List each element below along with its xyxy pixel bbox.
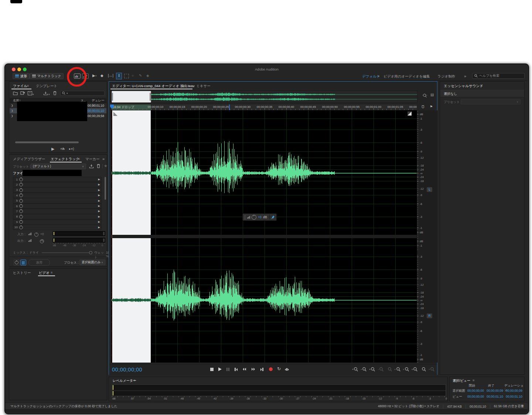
- essential-sound-title[interactable]: エッセンシャルサウンド: [444, 84, 483, 89]
- zoom-timer-icon[interactable]: [420, 367, 426, 372]
- slot-arrow-icon[interactable]: ▶: [98, 189, 100, 192]
- selection-view-menu-icon[interactable]: ≡: [473, 378, 474, 382]
- paintbrush-tool-icon[interactable]: ✎: [139, 73, 142, 78]
- marquee-tool-icon[interactable]: [124, 74, 129, 78]
- slot-power-icon[interactable]: [19, 215, 23, 219]
- save-icon[interactable]: [43, 91, 48, 95]
- open-file-icon[interactable]: [13, 91, 18, 95]
- zoom-in-vertical-icon[interactable]: +: [352, 367, 358, 372]
- slot-power-icon[interactable]: [19, 188, 23, 192]
- rack-slot-3[interactable]: 3 ▶: [13, 188, 102, 193]
- waveform-view-button[interactable]: 波形: [13, 73, 30, 79]
- volume-hud[interactable]: +0 dB: [242, 213, 277, 221]
- new-content-icon[interactable]: +: [28, 91, 32, 95]
- level-meter-title[interactable]: レベルメーター: [113, 378, 136, 383]
- tab-effects-rack[interactable]: エフェクトラック: [51, 157, 79, 162]
- level-meter-menu-icon[interactable]: ≡: [133, 378, 135, 382]
- slot-power-icon[interactable]: [19, 193, 23, 197]
- slot-arrow-icon[interactable]: ▶: [98, 205, 100, 208]
- zoom-selection-icon[interactable]: ‹›: [412, 367, 418, 372]
- slot-arrow-icon[interactable]: ▶: [98, 226, 100, 229]
- help-search-box[interactable]: ヘルプを検索: [472, 73, 525, 79]
- rack-slot-7[interactable]: 7 ▶: [13, 209, 102, 214]
- stop-button[interactable]: [210, 368, 214, 371]
- fade-handle-right-icon[interactable]: [407, 112, 412, 116]
- effects-rack-menu-icon[interactable]: ≡: [78, 157, 80, 161]
- slot-arrow-icon[interactable]: ▶: [98, 183, 100, 186]
- spot-healing-tool-icon[interactable]: ◈: [146, 73, 149, 78]
- es-preset-dropdown[interactable]: ∨: [461, 99, 521, 104]
- waveform-display[interactable]: +0 dB: [111, 110, 417, 363]
- files-hscrollbar[interactable]: [15, 141, 79, 143]
- tab-video[interactable]: ビデオ: [39, 271, 50, 275]
- files-panel-menu-icon[interactable]: ≡: [27, 84, 29, 88]
- overview-strip[interactable]: [111, 90, 417, 103]
- rack-slot-4[interactable]: 4 ▶: [13, 193, 102, 198]
- input-knob-icon[interactable]: [34, 233, 38, 237]
- slot-arrow-icon[interactable]: ▶: [98, 215, 100, 218]
- marker-pin-icon[interactable]: ⚑: [430, 105, 433, 109]
- workspace-edit-video[interactable]: ビデオ用のオーディオを編集: [383, 74, 430, 79]
- right-channel-badge[interactable]: R: [427, 313, 432, 318]
- rack-list-toggle-icon[interactable]: [20, 260, 26, 265]
- time-selection-tool-icon[interactable]: |↔|: [108, 73, 113, 78]
- left-channel-badge[interactable]: L: [427, 187, 432, 192]
- play-button[interactable]: [218, 367, 222, 371]
- slot-power-icon[interactable]: [19, 178, 23, 181]
- video-panel-menu-icon[interactable]: ≡: [51, 271, 52, 274]
- skip-to-start-button[interactable]: [235, 368, 238, 371]
- rack-slot-2[interactable]: 2 ▶: [13, 182, 102, 187]
- loop-preview-icon[interactable]: [60, 147, 65, 151]
- hud-grip-icon[interactable]: [244, 215, 246, 219]
- tab-marker[interactable]: マーカー: [85, 157, 100, 162]
- fade-handle-left-icon[interactable]: [113, 112, 117, 116]
- hud-pin-icon[interactable]: [271, 215, 275, 219]
- zoom-in-horizontal-icon[interactable]: +: [369, 367, 375, 372]
- zoom-out-vertical-icon[interactable]: −: [361, 367, 367, 372]
- zoom-out-point-icon[interactable]: ›: [403, 367, 409, 372]
- favorite-star-icon[interactable]: ★: [104, 164, 108, 168]
- rack-vscrollbar[interactable]: [105, 177, 106, 200]
- rack-slot-6[interactable]: 6 ▶: [13, 203, 102, 209]
- overview-selection-box[interactable]: [112, 91, 151, 103]
- apply-button[interactable]: 適用: [28, 259, 50, 266]
- overview-panel-icon[interactable]: ▤: [430, 93, 434, 97]
- overview-zoom-icon[interactable]: [422, 93, 427, 98]
- tab-mixer[interactable]: ミキサー: [196, 84, 211, 89]
- loop-playback-button[interactable]: ↻: [277, 366, 281, 371]
- autoplay-speaker-icon[interactable]: ▸◖): [69, 147, 74, 151]
- skip-to-end-button[interactable]: [260, 368, 263, 371]
- hud-knob-icon[interactable]: [252, 215, 256, 220]
- slot-power-icon[interactable]: [19, 226, 23, 229]
- slot-arrow-icon[interactable]: ▶: [98, 178, 100, 181]
- slot-power-icon[interactable]: [19, 183, 23, 186]
- essential-sound-menu-icon[interactable]: ≡: [481, 84, 482, 88]
- rack-slot-8[interactable]: 8 ▶: [13, 214, 102, 219]
- mix-slider[interactable]: [42, 253, 91, 253]
- process-dropdown[interactable]: 選択範囲のみ∨: [79, 260, 105, 265]
- razor-tool-icon[interactable]: ◆: [100, 73, 103, 78]
- workspace-radio[interactable]: ラジオ制作: [437, 74, 455, 79]
- effects-tabs-more-chevron[interactable]: »: [102, 157, 105, 161]
- workspace-default-menu-icon[interactable]: ≡: [378, 74, 379, 78]
- ibeam-tool-icon[interactable]: I: [116, 73, 122, 79]
- tab-files[interactable]: ファイル: [13, 84, 27, 89]
- import-file-icon[interactable]: [20, 91, 25, 95]
- delete-preset-icon[interactable]: [96, 164, 100, 168]
- save-preset-icon[interactable]: [89, 164, 94, 168]
- time-display[interactable]: 00;00;00;00: [112, 367, 142, 373]
- preset-dropdown[interactable]: (デフォルト)∨: [31, 164, 86, 169]
- rack-power-button[interactable]: [14, 260, 20, 265]
- move-tool-icon[interactable]: ▶+: [92, 73, 97, 78]
- slot-arrow-icon[interactable]: ▶: [98, 199, 100, 202]
- rack-slot-1[interactable]: 1 ▶: [13, 177, 102, 182]
- multitrack-view-button[interactable]: マルチトラック: [30, 73, 64, 79]
- slot-power-icon[interactable]: [19, 220, 23, 224]
- zoom-in-point-icon[interactable]: ‹: [395, 367, 401, 372]
- skip-selection-button[interactable]: [285, 368, 289, 371]
- rack-slot-5[interactable]: 5 ▶: [13, 198, 102, 203]
- rack-slot-9[interactable]: 9 ▶: [13, 219, 102, 224]
- files-search-field[interactable]: ▾: [60, 91, 105, 96]
- slot-arrow-icon[interactable]: ▶: [98, 220, 100, 223]
- record-button[interactable]: [269, 367, 273, 371]
